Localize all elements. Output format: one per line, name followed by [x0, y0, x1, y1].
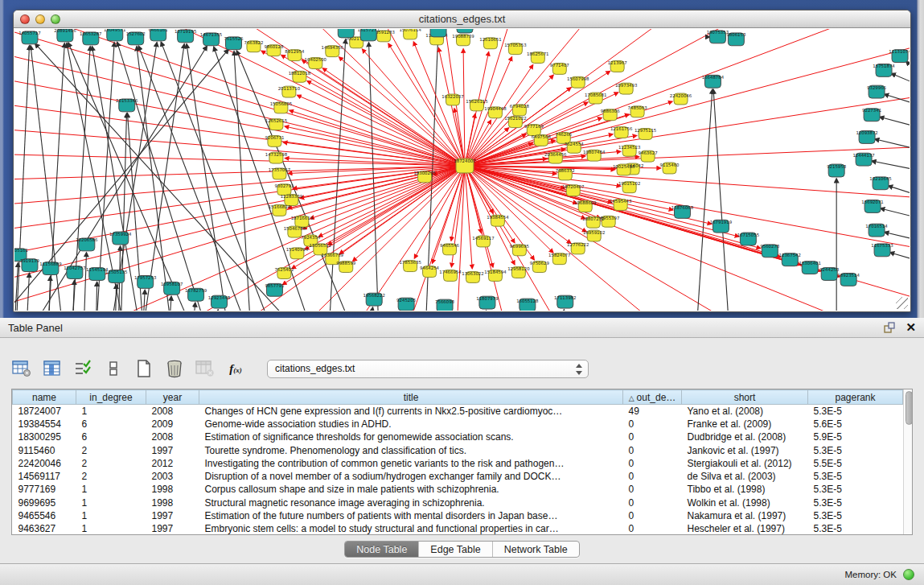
- table-cell[interactable]: 9115460: [13, 443, 76, 456]
- table-cell[interactable]: 2009: [146, 418, 199, 431]
- table-cell[interactable]: 9465546: [13, 509, 76, 522]
- table-cell[interactable]: 0: [623, 522, 682, 535]
- table-cell[interactable]: 6: [76, 431, 146, 443]
- table-scrollbar[interactable]: [903, 389, 912, 534]
- tab-node-table[interactable]: Node Table: [345, 542, 419, 557]
- column-header-out_de[interactable]: △out_de…: [623, 390, 682, 405]
- table-row[interactable]: 1938455462009Genome-wide association stu…: [13, 418, 903, 431]
- table-cell[interactable]: 22420046: [13, 457, 76, 470]
- table-cell[interactable]: Changes of HCN gene expression and I(f) …: [199, 405, 623, 418]
- table-cell[interactable]: Disruption of a novel member of a sodium…: [199, 470, 623, 483]
- table-cell[interactable]: Wolkin et al. (1998): [682, 496, 808, 509]
- table-cell[interactable]: Genome-wide association studies in ADHD.: [199, 418, 623, 431]
- table-cell[interactable]: 2008: [146, 405, 199, 418]
- table-settings-icon[interactable]: [11, 359, 32, 378]
- table-cell[interactable]: Tourette syndrome. Phenomenology and cla…: [199, 443, 623, 456]
- table-cell[interactable]: Franke et al. (2009): [682, 418, 808, 431]
- table-cell[interactable]: 2: [76, 470, 146, 483]
- table-cell[interactable]: 1998: [146, 496, 199, 509]
- table-row[interactable]: 977716911998Corpus callosum shape and si…: [13, 483, 903, 496]
- network-canvas[interactable]: 1872400716402500188120182011371015056805…: [14, 29, 910, 311]
- table-cell[interactable]: 6: [76, 418, 146, 431]
- network-window[interactable]: citations_edges.txt 18724007164025001881…: [13, 10, 911, 312]
- table-row[interactable]: 1456911722003Disruption of a novel membe…: [13, 470, 903, 483]
- column-header-year[interactable]: year: [146, 390, 199, 405]
- table-cell[interactable]: 0: [623, 457, 682, 470]
- table-cell[interactable]: Dudbridge et al. (2008): [682, 431, 808, 443]
- column-header-pagerank[interactable]: pagerank: [808, 390, 903, 405]
- table-row[interactable]: 2242004622012Investigating the contribut…: [13, 457, 903, 470]
- table-cell[interactable]: 0: [623, 431, 682, 443]
- table-cell[interactable]: 9699695: [13, 496, 76, 509]
- table-row[interactable]: 946554611997Estimation of the future num…: [13, 509, 903, 522]
- table-cell[interactable]: 5.9E-5: [808, 431, 903, 443]
- resize-grip[interactable]: [896, 297, 908, 309]
- table-cell[interactable]: 2008: [146, 431, 199, 443]
- delete-table-icon[interactable]: [164, 359, 185, 378]
- table-row[interactable]: 946362711997Embryonic stem cells: a mode…: [13, 522, 903, 535]
- citation-graph[interactable]: 1872400716402500188120182011371015056805…: [14, 29, 910, 311]
- select-rows-icon[interactable]: [72, 359, 93, 378]
- table-cell[interactable]: 5.3E-5: [808, 496, 903, 509]
- table-cell[interactable]: 18724007: [13, 405, 76, 418]
- table-cell[interactable]: 0: [623, 470, 682, 483]
- table-cell[interactable]: 19384554: [13, 418, 76, 431]
- table-cell[interactable]: 0: [623, 509, 682, 522]
- table-cell[interactable]: 2012: [146, 457, 199, 470]
- tab-edge-table[interactable]: Edge Table: [419, 542, 492, 557]
- table-cell[interactable]: 9463627: [13, 522, 76, 535]
- table-cell[interactable]: 5.5E-5: [808, 457, 903, 470]
- table-cell[interactable]: Embryonic stem cells: a model to study s…: [199, 522, 623, 535]
- table-cell[interactable]: 2003: [146, 470, 199, 483]
- column-header-in_degree[interactable]: in_degree: [76, 390, 146, 405]
- scrollbar-thumb[interactable]: [906, 391, 913, 425]
- table-cell[interactable]: Tibbo et al. (1998): [682, 483, 808, 496]
- table-cell[interactable]: 5.3E-5: [808, 483, 903, 496]
- close-panel-icon[interactable]: ✕: [906, 320, 916, 335]
- table-cell[interactable]: 1998: [146, 483, 199, 496]
- merge-rows-icon[interactable]: [103, 359, 124, 378]
- table-row[interactable]: 969969511998Structural magnetic resonanc…: [13, 496, 903, 509]
- new-table-icon[interactable]: [133, 359, 154, 378]
- table-cell[interactable]: 1997: [146, 443, 199, 456]
- table-cell[interactable]: Hescheler et al. (1997): [682, 522, 808, 535]
- table-cell[interactable]: Corpus callosum shape and size in male p…: [199, 483, 623, 496]
- function-builder-icon[interactable]: f(x): [225, 359, 246, 378]
- column-visibility-icon[interactable]: [42, 359, 63, 378]
- table-cell[interactable]: 49: [623, 405, 682, 418]
- table-cell[interactable]: 2: [76, 443, 146, 456]
- table-cell[interactable]: 0: [623, 443, 682, 456]
- table-cell[interactable]: 18300295: [13, 431, 76, 443]
- table-cell[interactable]: Estimation of significance thresholds fo…: [199, 431, 623, 443]
- table-cell[interactable]: 5.3E-5: [808, 470, 903, 483]
- delete-column-icon[interactable]: [195, 359, 216, 378]
- table-cell[interactable]: de Silva et al. (2003): [682, 470, 808, 483]
- network-window-titlebar[interactable]: citations_edges.txt: [14, 10, 910, 28]
- column-header-title[interactable]: title: [199, 390, 623, 405]
- column-header-name[interactable]: name: [13, 390, 76, 405]
- table-cell[interactable]: 1: [76, 483, 146, 496]
- table-cell[interactable]: 1997: [146, 509, 199, 522]
- table-cell[interactable]: 5.3E-5: [808, 509, 903, 522]
- table-cell[interactable]: Stergiakouli et al. (2012): [682, 457, 808, 470]
- table-cell[interactable]: 1997: [146, 522, 199, 535]
- table-cell[interactable]: 0: [623, 496, 682, 509]
- column-header-short[interactable]: short: [682, 390, 808, 405]
- graph-node[interactable]: [457, 29, 473, 33]
- table-cell[interactable]: 1: [76, 405, 146, 418]
- table-cell[interactable]: 1: [76, 496, 146, 509]
- table-row[interactable]: 1830029562008Estimation of significance …: [13, 431, 903, 443]
- tab-network-table[interactable]: Network Table: [493, 542, 579, 557]
- table-cell[interactable]: 1: [76, 522, 146, 535]
- table-cell[interactable]: 5.3E-5: [808, 443, 903, 456]
- table-cell[interactable]: 2: [76, 457, 146, 470]
- table-selector-dropdown[interactable]: citations_edges.txt: [267, 360, 589, 378]
- graph-node[interactable]: [430, 29, 446, 37]
- table-cell[interactable]: 5.6E-5: [808, 418, 903, 431]
- table-cell[interactable]: 9777169: [13, 483, 76, 496]
- table-cell[interactable]: 1: [76, 509, 146, 522]
- table-cell[interactable]: 0: [623, 483, 682, 496]
- table-row[interactable]: 911546021997Tourette syndrome. Phenomeno…: [13, 443, 903, 456]
- table-row[interactable]: 1872400712008Changes of HCN gene express…: [13, 405, 903, 418]
- table-cell[interactable]: Yano et al. (2008): [682, 405, 808, 418]
